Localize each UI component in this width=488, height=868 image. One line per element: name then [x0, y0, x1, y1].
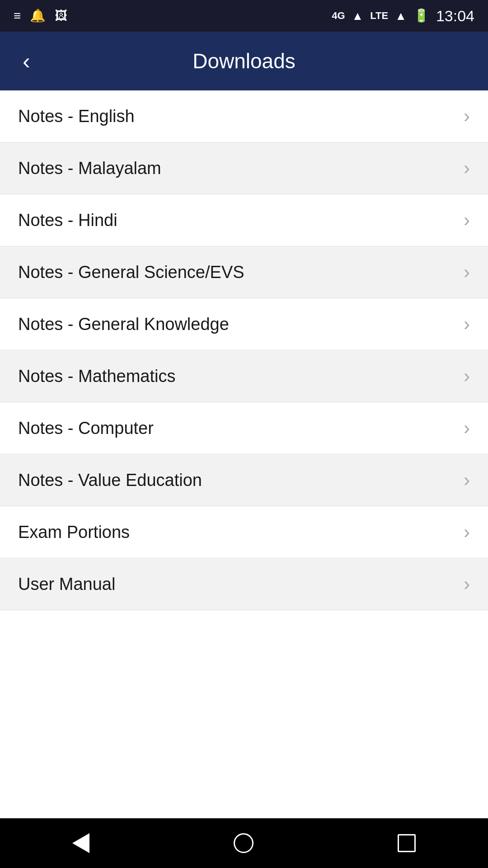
- back-button[interactable]: ‹: [18, 45, 35, 77]
- nav-home-button[interactable]: [227, 826, 260, 860]
- list-item-notes-general-knowledge[interactable]: Notes - General Knowledge›: [0, 298, 488, 350]
- list-item-label-notes-malayalam: Notes - Malayalam: [18, 159, 161, 178]
- notification-icon: 🔔: [30, 9, 46, 22]
- recents-square-icon: [398, 834, 416, 852]
- chevron-right-icon-exam-portions: ›: [464, 521, 470, 543]
- status-bar-left-icons: ≡ 🔔 🖼: [14, 9, 67, 22]
- list-item-notes-value-education[interactable]: Notes - Value Education›: [0, 454, 488, 506]
- list-item-notes-computer[interactable]: Notes - Computer›: [0, 402, 488, 454]
- chevron-right-icon-notes-general-science: ›: [464, 261, 470, 283]
- menu-icon: ≡: [14, 9, 21, 22]
- list-item-label-notes-general-science: Notes - General Science/EVS: [18, 263, 244, 282]
- nav-recents-button[interactable]: [391, 827, 422, 859]
- list-item-label-user-manual: User Manual: [18, 575, 115, 594]
- list-item-notes-mathematics[interactable]: Notes - Mathematics›: [0, 350, 488, 402]
- signal-bars-icon: ▲: [352, 10, 364, 22]
- status-bar-right-icons: 4G ▲ LTE ▲ 🔋 13:04: [332, 7, 474, 25]
- list-item-label-notes-general-knowledge: Notes - General Knowledge: [18, 315, 229, 334]
- lte-icon: LTE: [370, 10, 388, 22]
- list-item-exam-portions[interactable]: Exam Portions›: [0, 506, 488, 558]
- chevron-right-icon-notes-mathematics: ›: [464, 365, 470, 387]
- back-chevron-icon: ‹: [23, 48, 30, 74]
- chevron-right-icon-notes-computer: ›: [464, 417, 470, 439]
- list-item-label-notes-computer: Notes - Computer: [18, 419, 154, 438]
- status-time: 13:04: [436, 7, 474, 25]
- list-item-notes-english[interactable]: Notes - English›: [0, 90, 488, 142]
- status-bar: ≡ 🔔 🖼 4G ▲ LTE ▲ 🔋 13:04: [0, 0, 488, 32]
- chevron-right-icon-user-manual: ›: [464, 573, 470, 595]
- signal-4g-icon: 4G: [332, 10, 345, 22]
- list-item-notes-malayalam[interactable]: Notes - Malayalam›: [0, 142, 488, 194]
- list-item-label-notes-value-education: Notes - Value Education: [18, 471, 202, 490]
- list-item-label-exam-portions: Exam Portions: [18, 523, 130, 542]
- nav-back-button[interactable]: [66, 826, 96, 860]
- page-title: Downloads: [192, 49, 296, 73]
- chevron-right-icon-notes-general-knowledge: ›: [464, 313, 470, 335]
- list-item-user-manual[interactable]: User Manual›: [0, 558, 488, 610]
- chevron-right-icon-notes-malayalam: ›: [464, 157, 470, 179]
- bottom-navigation: [0, 818, 488, 868]
- list-item-notes-hindi[interactable]: Notes - Hindi›: [0, 194, 488, 246]
- signal-bars-2-icon: ▲: [395, 10, 407, 22]
- list-item-notes-general-science[interactable]: Notes - General Science/EVS›: [0, 246, 488, 298]
- back-triangle-icon: [72, 833, 89, 853]
- list-item-label-notes-hindi: Notes - Hindi: [18, 211, 117, 230]
- image-icon: 🖼: [55, 9, 67, 22]
- chevron-right-icon-notes-hindi: ›: [464, 209, 470, 231]
- chevron-right-icon-notes-value-education: ›: [464, 469, 470, 491]
- downloads-list: Notes - English›Notes - Malayalam›Notes …: [0, 90, 488, 818]
- list-item-label-notes-english: Notes - English: [18, 107, 135, 126]
- home-circle-icon: [234, 833, 253, 853]
- battery-icon: 🔋: [413, 9, 429, 22]
- header: ‹ Downloads: [0, 32, 488, 90]
- list-item-label-notes-mathematics: Notes - Mathematics: [18, 367, 175, 386]
- chevron-right-icon-notes-english: ›: [464, 105, 470, 127]
